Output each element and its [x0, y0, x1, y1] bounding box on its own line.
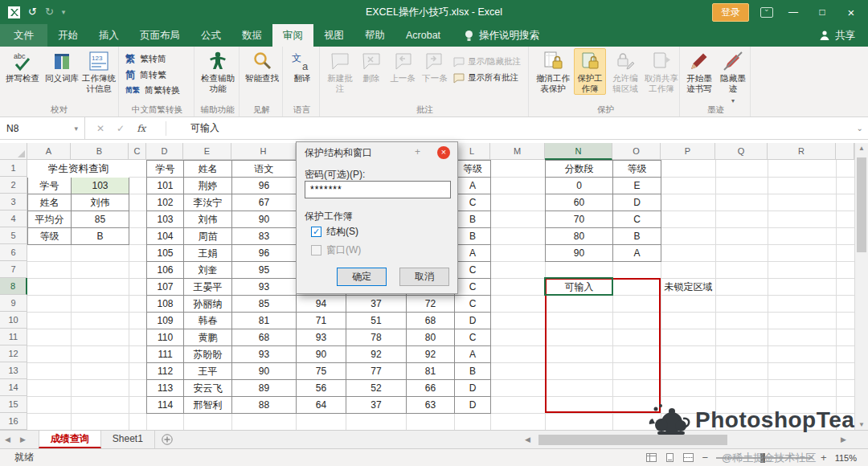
row-header-1[interactable]: 1	[0, 160, 27, 177]
row-header-13[interactable]: 13	[0, 362, 27, 379]
row-header-3[interactable]: 3	[0, 194, 27, 211]
column-header-O[interactable]: O	[612, 143, 661, 160]
redo-icon[interactable]: ↻	[45, 0, 54, 24]
cell-O4[interactable]: C	[612, 211, 661, 228]
ok-button[interactable]: 确定	[337, 268, 387, 286]
undo-icon[interactable]: ↺	[28, 0, 37, 24]
cell-D11[interactable]: 110	[146, 329, 184, 346]
cell-H1[interactable]: 语文	[231, 160, 297, 178]
cell-H3[interactable]: 67	[231, 194, 297, 211]
cell-O1[interactable]: 等级	[612, 160, 661, 178]
cell-E13[interactable]: 王平	[183, 362, 232, 380]
cell-O2[interactable]: E	[612, 177, 661, 194]
cell-L10[interactable]: D	[454, 312, 491, 329]
tab-acrobat[interactable]: Acrobat	[395, 24, 451, 47]
workbook-statistics-button[interactable]: 123 工作簿统计信息	[80, 48, 117, 94]
cell-O3[interactable]: D	[612, 194, 661, 211]
cell-H8[interactable]: 93	[231, 278, 297, 296]
cell-B4[interactable]: 85	[71, 211, 129, 228]
row-header-12[interactable]: 12	[0, 345, 27, 362]
dialog-close-button[interactable]: ×	[437, 146, 450, 159]
cell-N3[interactable]: 60	[545, 194, 613, 211]
cell-D13[interactable]: 112	[146, 362, 184, 380]
vertical-scrollbar-thumb[interactable]	[857, 157, 866, 252]
row-header-11[interactable]: 11	[0, 329, 27, 345]
cell-D15[interactable]: 114	[146, 396, 184, 414]
page-break-view-icon[interactable]	[683, 453, 694, 462]
cell-D3[interactable]: 102	[146, 194, 184, 211]
cell-L9[interactable]: C	[454, 295, 491, 313]
cell-J11[interactable]: 78	[346, 329, 407, 346]
cell-E15[interactable]: 邢智利	[183, 396, 232, 414]
cell-L5[interactable]: B	[454, 227, 491, 245]
tab-view[interactable]: 视图	[313, 24, 354, 47]
cancel-button[interactable]: 取消	[399, 268, 449, 286]
cell-P8[interactable]: 未锁定区域	[661, 278, 716, 296]
cell-A3[interactable]: 姓名	[27, 194, 72, 211]
cell-D7[interactable]: 106	[146, 261, 184, 279]
tab-review[interactable]: 审阅	[272, 24, 313, 47]
translate-button[interactable]: 文a 翻译	[288, 48, 317, 84]
cell-H12[interactable]: 93	[231, 345, 297, 363]
vertical-scrollbar[interactable]: ▲ ▼	[854, 143, 868, 430]
column-header-A[interactable]: A	[27, 143, 71, 160]
column-header-P[interactable]: P	[661, 143, 715, 160]
page-layout-view-icon[interactable]	[665, 453, 675, 462]
cell-I10[interactable]: 71	[296, 312, 346, 329]
cell-D14[interactable]: 113	[146, 379, 184, 397]
allow-edit-ranges-button[interactable]: 允许编辑区域	[609, 48, 641, 94]
column-header-N[interactable]: N	[545, 143, 612, 160]
share-button[interactable]: 共享	[819, 24, 868, 47]
spell-check-button[interactable]: abc 拼写检查	[3, 48, 42, 84]
cell-I13[interactable]: 75	[296, 362, 346, 380]
cell-L15[interactable]: D	[454, 396, 491, 414]
cell-H13[interactable]: 90	[231, 362, 297, 380]
cell-H9[interactable]: 85	[231, 295, 297, 313]
column-header-Q[interactable]: Q	[715, 143, 768, 160]
convert-button[interactable]: 简繁 简繁转换	[125, 84, 180, 96]
cell-B3[interactable]: 刘伟	[71, 194, 129, 211]
row-header-7[interactable]: 7	[0, 261, 27, 278]
cell-K15[interactable]: 63	[406, 396, 455, 414]
close-button[interactable]: ×	[842, 6, 860, 19]
cell-L13[interactable]: B	[454, 362, 491, 380]
cell-H11[interactable]: 68	[231, 329, 297, 346]
cell-E7[interactable]: 刘奎	[183, 261, 232, 279]
cell-E4[interactable]: 刘伟	[183, 211, 232, 228]
cell-D12[interactable]: 111	[146, 345, 184, 363]
cell-I11[interactable]: 93	[296, 329, 346, 346]
row-header-8[interactable]: 8	[0, 278, 27, 295]
row-header-2[interactable]: 2	[0, 177, 27, 194]
cell-K13[interactable]: 81	[406, 362, 455, 380]
cell-N5[interactable]: 80	[545, 227, 613, 245]
protect-workbook-button[interactable]: 保护工作簿	[574, 48, 606, 95]
check-accessibility-button[interactable]: 检查辅助功能	[199, 48, 236, 94]
cell-J10[interactable]: 51	[346, 312, 407, 329]
cell-E5[interactable]: 周苗	[183, 227, 232, 245]
cell-N6[interactable]: 90	[545, 244, 613, 262]
cell-K10[interactable]: 68	[406, 312, 455, 329]
zoom-out-icon[interactable]: −	[702, 452, 708, 464]
cell-A2[interactable]: 学号	[27, 177, 72, 194]
row-header-15[interactable]: 15	[0, 396, 27, 413]
cell-J13[interactable]: 77	[346, 362, 407, 380]
row-header-4[interactable]: 4	[0, 211, 27, 227]
cell-H14[interactable]: 89	[231, 379, 297, 397]
cell-A5[interactable]: 等级	[27, 227, 72, 245]
cell-D10[interactable]: 109	[146, 312, 184, 329]
row-header-14[interactable]: 14	[0, 379, 27, 396]
cell-D6[interactable]: 105	[146, 244, 184, 262]
add-sheet-button[interactable]	[162, 434, 173, 445]
cell-J14[interactable]: 52	[346, 379, 407, 397]
cell-J12[interactable]: 92	[346, 345, 407, 363]
cell-I9[interactable]: 94	[296, 295, 346, 313]
tab-file[interactable]: 文件	[0, 24, 47, 47]
zoom-level[interactable]: 115%	[835, 453, 857, 463]
cell-L1[interactable]: 等级	[454, 160, 491, 178]
cell-L11[interactable]: C	[454, 329, 491, 346]
cell-H4[interactable]: 90	[231, 211, 297, 228]
column-header-B[interactable]: B	[71, 143, 129, 160]
tab-help[interactable]: 帮助	[354, 24, 395, 47]
tab-page-layout[interactable]: 页面布局	[129, 24, 190, 47]
column-header-M[interactable]: M	[490, 143, 545, 160]
